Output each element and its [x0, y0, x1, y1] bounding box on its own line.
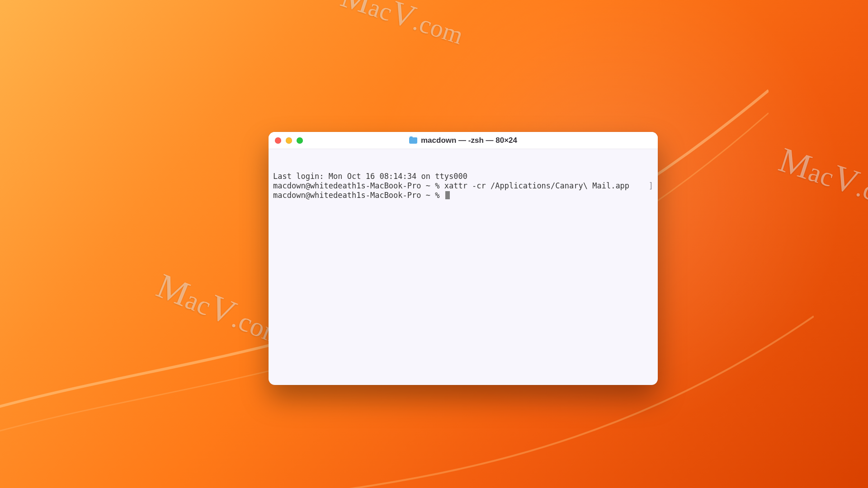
terminal-prompt[interactable]: macdown@whitedeath1s-MacBook-Pro ~ % [273, 191, 653, 200]
window-titlebar[interactable]: macdown — -zsh — 80×24 [269, 132, 658, 149]
close-button[interactable] [275, 137, 281, 144]
terminal-line-login: Last login: Mon Oct 16 08:14:34 on ttys0… [273, 172, 653, 181]
cursor [445, 191, 450, 199]
terminal-line-command: macdown@whitedeath1s-MacBook-Pro ~ % xat… [273, 181, 653, 191]
terminal-body[interactable]: Last login: Mon Oct 16 08:14:34 on ttys0… [269, 149, 658, 223]
maximize-button[interactable] [297, 137, 303, 144]
minimize-button[interactable] [286, 137, 292, 144]
window-title: macdown — -zsh — 80×24 [421, 136, 517, 145]
folder-icon [409, 137, 417, 144]
window-controls [275, 137, 303, 144]
terminal-window[interactable]: macdown — -zsh — 80×24 Last login: Mon O… [269, 132, 658, 385]
